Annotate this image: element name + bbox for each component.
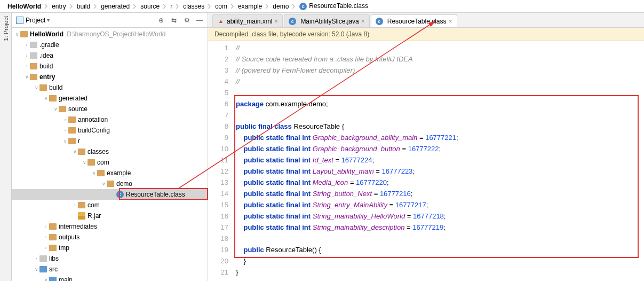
breadcrumb-item[interactable]: cResourceTable.class bbox=[298, 2, 369, 10]
tree-arrow[interactable]: › bbox=[43, 235, 49, 240]
tree-row[interactable]: ∨demo bbox=[12, 178, 208, 189]
tree-label: .idea bbox=[39, 52, 53, 59]
tree-label: r bbox=[78, 137, 80, 145]
breadcrumb-item[interactable]: r bbox=[169, 3, 173, 10]
code-line[interactable]: } bbox=[236, 267, 644, 278]
breadcrumb-item[interactable]: example bbox=[237, 3, 263, 10]
gear-icon[interactable]: ⚙ bbox=[183, 17, 190, 24]
close-icon[interactable]: × bbox=[361, 18, 365, 25]
tree-arrow[interactable]: › bbox=[23, 53, 30, 58]
folder-icon bbox=[30, 74, 37, 80]
folder-icon bbox=[30, 42, 37, 48]
tree-arrow[interactable]: ∨ bbox=[81, 160, 88, 165]
folder-icon bbox=[49, 223, 57, 230]
tree-label: .gradle bbox=[39, 41, 59, 49]
folder-icon bbox=[68, 127, 76, 134]
breadcrumb-item[interactable]: HelloWorld bbox=[6, 3, 42, 10]
tree-arrow[interactable]: ∨ bbox=[91, 170, 97, 176]
tree-arrow[interactable]: ∨ bbox=[33, 85, 39, 90]
tree-row[interactable]: R.jar bbox=[12, 210, 208, 221]
tree-arrow[interactable]: ∨ bbox=[43, 96, 49, 101]
tree-label: outputs bbox=[59, 233, 79, 241]
tree-label: src bbox=[49, 266, 58, 273]
tree-row[interactable]: ›intermediates bbox=[12, 221, 208, 232]
tree-label: build bbox=[39, 63, 53, 70]
chevron-down-icon[interactable]: ▾ bbox=[47, 17, 50, 23]
tree-row[interactable]: ›tmp bbox=[12, 243, 208, 253]
locate-icon[interactable]: ⊕ bbox=[157, 17, 165, 24]
class-icon: c bbox=[376, 18, 383, 25]
tree-arrow[interactable]: › bbox=[43, 245, 49, 251]
tree-arrow[interactable]: › bbox=[62, 128, 68, 133]
folder-icon bbox=[39, 255, 47, 262]
tree-arrow[interactable]: ∨ bbox=[33, 267, 39, 272]
tree-row[interactable]: ∨src bbox=[12, 264, 208, 275]
tree-row[interactable]: ›outputs bbox=[12, 232, 208, 243]
tree-arrow[interactable]: ∨ bbox=[71, 149, 78, 154]
tree-row[interactable]: ›.idea bbox=[12, 50, 208, 61]
project-header: Project ▾ ⊕ ⇆ ⚙ — bbox=[12, 13, 208, 28]
tree-arrow[interactable]: ∨ bbox=[100, 181, 107, 186]
tree-row[interactable]: ›libs bbox=[12, 253, 208, 264]
project-icon bbox=[16, 17, 23, 24]
tree-row[interactable]: ›annotation bbox=[12, 114, 208, 125]
expand-icon[interactable]: ⇆ bbox=[170, 17, 178, 24]
breadcrumb-item[interactable]: source bbox=[139, 3, 161, 10]
code-line[interactable]: // bbox=[236, 76, 644, 87]
tree-row[interactable]: ›build bbox=[12, 61, 208, 72]
breadcrumb-item[interactable]: demo bbox=[272, 3, 290, 10]
folder-icon bbox=[88, 159, 95, 166]
breadcrumb-item[interactable]: entry bbox=[51, 3, 67, 10]
code-line[interactable]: // (powered by FernFlower decompiler) bbox=[236, 65, 644, 76]
tree-row[interactable]: ›.gradle bbox=[12, 40, 208, 50]
class-icon: c bbox=[289, 18, 296, 25]
tree-row[interactable]: ∨classes bbox=[12, 146, 208, 157]
tree-arrow[interactable]: › bbox=[43, 224, 49, 229]
tree-arrow[interactable]: ∨ bbox=[62, 138, 68, 144]
code-line[interactable]: // Source code recreated from a .class f… bbox=[236, 53, 644, 65]
tree-row[interactable]: ∨source bbox=[12, 104, 208, 114]
tree-arrow[interactable]: › bbox=[62, 117, 68, 122]
breadcrumb-item[interactable]: generated bbox=[100, 3, 131, 10]
tree-arrow[interactable]: › bbox=[23, 42, 30, 48]
breadcrumb-item[interactable]: build bbox=[76, 3, 91, 10]
tree-row-root[interactable]: ∨HelloWorldD:\harmonyOS_Project\HelloWor… bbox=[12, 29, 208, 40]
tree-row[interactable]: ∨example bbox=[12, 168, 208, 178]
tree-arrow[interactable]: › bbox=[33, 256, 39, 261]
breadcrumb-item[interactable]: classes bbox=[182, 3, 205, 10]
tab-label: ResourceTable.class bbox=[387, 18, 447, 25]
breadcrumb-item[interactable]: com bbox=[214, 3, 228, 10]
tree-arrow[interactable]: ∨ bbox=[14, 32, 20, 37]
tree-row[interactable]: ∨com bbox=[12, 157, 208, 168]
editor-tab[interactable]: ▲ability_main.xml× bbox=[212, 14, 283, 27]
tree-row[interactable]: ›com bbox=[12, 200, 208, 210]
tree-label: generated bbox=[59, 95, 88, 102]
tab-label: ability_main.xml bbox=[227, 18, 272, 25]
editor-tab[interactable]: cResourceTable.class× bbox=[371, 14, 457, 27]
tree-row[interactable]: ∨generated bbox=[12, 93, 208, 104]
tree-arrow[interactable]: › bbox=[23, 64, 30, 69]
close-icon[interactable]: × bbox=[274, 18, 278, 25]
code-line[interactable]: // bbox=[236, 42, 644, 53]
folder-icon bbox=[97, 170, 105, 176]
tree-arrow[interactable]: ∨ bbox=[23, 74, 30, 80]
tree-row[interactable]: ∨entry bbox=[12, 72, 208, 82]
project-tree[interactable]: ∨HelloWorldD:\harmonyOS_Project\HelloWor… bbox=[12, 28, 208, 281]
jar-icon bbox=[78, 212, 85, 220]
hide-icon[interactable]: — bbox=[196, 17, 203, 24]
tree-label: tmp bbox=[59, 244, 69, 252]
editor-tab[interactable]: cMainAbilitySlice.java× bbox=[284, 14, 369, 27]
tree-row[interactable]: ∨build bbox=[12, 82, 208, 93]
close-icon[interactable]: × bbox=[449, 18, 452, 25]
tree-row[interactable]: ∨main bbox=[12, 275, 208, 281]
tree-label: libs bbox=[49, 255, 59, 262]
tree-row[interactable]: ∨r bbox=[12, 136, 208, 146]
project-title[interactable]: Project bbox=[26, 17, 45, 24]
tree-row[interactable]: ›buildConfig bbox=[12, 125, 208, 136]
tree-label: demo bbox=[116, 180, 132, 188]
tree-arrow[interactable]: ∨ bbox=[43, 277, 49, 281]
tree-arrow[interactable]: ∨ bbox=[52, 106, 59, 112]
tree-arrow[interactable]: › bbox=[71, 202, 78, 208]
side-tab-project[interactable]: 1: Project bbox=[0, 13, 12, 281]
folder-icon bbox=[78, 202, 85, 208]
